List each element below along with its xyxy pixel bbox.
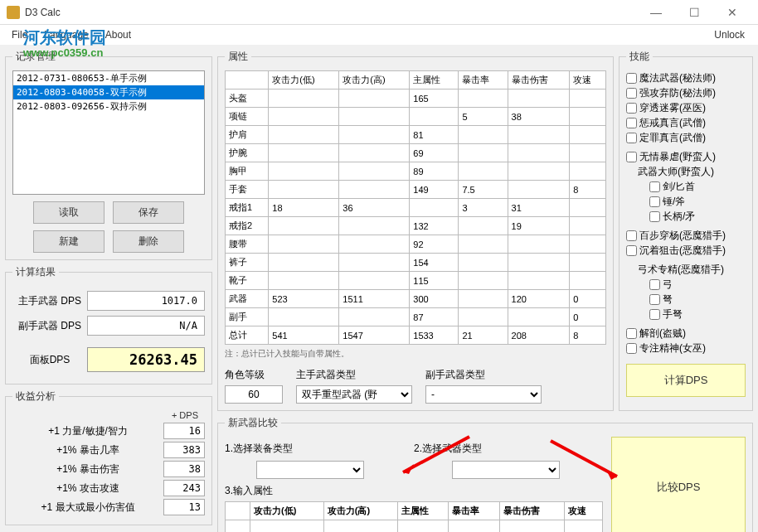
skill-checkbox[interactable] bbox=[649, 279, 660, 290]
skill-label: 专注精神(女巫) bbox=[639, 341, 706, 355]
delete-button[interactable]: 删除 bbox=[113, 230, 184, 253]
skill-checkbox[interactable] bbox=[649, 181, 660, 192]
skill-checkbox[interactable] bbox=[649, 309, 660, 320]
new-button[interactable]: 新建 bbox=[33, 230, 104, 253]
compare-step3-label: 3.输入属性 bbox=[225, 484, 603, 498]
attr-row: 护腕69 bbox=[226, 144, 606, 162]
profit-label: +1 最大或最小伤害值 bbox=[12, 501, 163, 515]
attr-col-header: 攻速 bbox=[570, 71, 606, 89]
skill-checkbox[interactable] bbox=[649, 294, 660, 305]
attr-row: 胸甲89 bbox=[226, 162, 606, 181]
skill-label: 穿透迷雾(巫医) bbox=[639, 101, 706, 115]
skill-label: 解剖(盗贼) bbox=[639, 326, 686, 341]
cmp-cell[interactable] bbox=[565, 520, 603, 533]
cmp-cell[interactable] bbox=[397, 520, 449, 533]
unlock-link[interactable]: Unlock bbox=[714, 29, 755, 41]
records-legend: 记录管理 bbox=[12, 50, 59, 64]
attr-col-header bbox=[226, 71, 269, 89]
skill-label: 百步穿杨(恶魔猎手) bbox=[639, 229, 726, 243]
skill-label: 定罪真言(武僧) bbox=[639, 131, 706, 145]
skill-checkbox[interactable] bbox=[626, 118, 637, 128]
skill-label: 惩戒真言(武僧) bbox=[639, 116, 706, 130]
skill-label: 手弩 bbox=[663, 307, 683, 322]
main-dps-value: 1017.0 bbox=[87, 291, 205, 311]
cmp-col-header: 暴击伤害 bbox=[500, 502, 565, 520]
attributes-note: 注：总计已计入技能与自带属性。 bbox=[225, 348, 606, 360]
compare-dps-button[interactable]: 比较DPS bbox=[611, 437, 746, 532]
skill-checkbox[interactable] bbox=[626, 343, 637, 354]
off-dps-label: 副手武器 DPS bbox=[12, 319, 87, 333]
attr-row: 武器52315113001200 bbox=[226, 290, 606, 308]
profit-label: +1% 暴击伤害 bbox=[12, 462, 163, 476]
skill-checkbox[interactable] bbox=[626, 245, 637, 256]
record-item[interactable]: 2012-0803-092656-双持示例 bbox=[13, 99, 204, 114]
off-weapon-type-select[interactable]: - bbox=[425, 385, 542, 404]
skill-checkbox[interactable] bbox=[626, 328, 637, 339]
cmp-col-header: 攻速 bbox=[565, 502, 603, 520]
calc-dps-button[interactable]: 计算DPS bbox=[626, 364, 746, 397]
attr-row: 裤子154 bbox=[226, 254, 606, 272]
skills-legend: 技能 bbox=[626, 50, 653, 64]
profit-value: 243 bbox=[163, 480, 205, 496]
cmp-cell[interactable] bbox=[250, 520, 324, 533]
main-weapon-type-label: 主手武器类型 bbox=[296, 368, 412, 382]
cmp-cell[interactable] bbox=[449, 520, 500, 533]
skill-checkbox[interactable] bbox=[626, 73, 637, 84]
main-dps-label: 主手武器 DPS bbox=[12, 294, 87, 308]
results-panel: 计算结果 主手武器 DPS 1017.0 副手武器 DPS N/A 面板DPS … bbox=[5, 265, 212, 384]
attr-row: 项链538 bbox=[226, 108, 606, 126]
attributes-panel: 属性 攻击力(低)攻击力(高)主属性暴击率暴击伤害攻速 头盔165项链538护肩… bbox=[217, 50, 614, 411]
skill-checkbox[interactable] bbox=[626, 133, 637, 143]
menu-file[interactable]: File bbox=[3, 27, 36, 42]
records-panel: 记录管理 2012-0731-080653-单手示例 2012-0803-040… bbox=[5, 50, 212, 260]
skill-label: 锤/斧 bbox=[663, 195, 685, 209]
close-button[interactable]: ✕ bbox=[713, 0, 751, 25]
menu-about[interactable]: About bbox=[97, 27, 139, 42]
menu-language[interactable]: Language bbox=[36, 27, 96, 42]
profit-label: +1% 暴击几率 bbox=[12, 443, 163, 457]
level-input[interactable] bbox=[225, 385, 283, 404]
skill-checkbox[interactable] bbox=[649, 196, 660, 207]
skill-label: 沉着狙击(恶魔猎手) bbox=[639, 244, 726, 258]
skill-checkbox[interactable] bbox=[626, 230, 637, 241]
app-icon bbox=[7, 6, 20, 19]
attr-row: 手套1497.58 bbox=[226, 181, 606, 199]
profit-header: + DPS bbox=[12, 410, 205, 420]
cmp-cell[interactable] bbox=[323, 520, 397, 533]
record-item[interactable]: 2012-0731-080653-单手示例 bbox=[13, 71, 204, 85]
attr-row: 头盔165 bbox=[226, 89, 606, 108]
minimize-button[interactable]: — bbox=[637, 0, 675, 25]
compare-step2-label: 2.选择武器类型 bbox=[414, 442, 482, 456]
record-item[interactable]: 2012-0803-040058-双手示例 bbox=[13, 85, 204, 99]
compare-weapon-select[interactable] bbox=[452, 461, 560, 479]
off-dps-value: N/A bbox=[87, 316, 205, 336]
main-weapon-type-select[interactable]: 双手重型武器 (野 bbox=[296, 385, 412, 404]
skill-checkbox[interactable] bbox=[626, 88, 637, 99]
save-button[interactable]: 保存 bbox=[113, 201, 184, 224]
maximize-button[interactable]: ☐ bbox=[675, 0, 713, 25]
level-label: 角色等级 bbox=[225, 368, 283, 382]
skill-checkbox[interactable] bbox=[626, 103, 637, 114]
skill-label: 无情暴虐(野蛮人) bbox=[639, 150, 716, 164]
skill-label: 强攻弃防(秘法师) bbox=[639, 86, 716, 100]
skill-checkbox[interactable] bbox=[649, 211, 660, 222]
read-button[interactable]: 读取 bbox=[33, 201, 104, 224]
cmp-col-header: 攻击力(高) bbox=[323, 502, 397, 520]
skill-label: 长柄/矛 bbox=[663, 210, 695, 224]
attr-row: 靴子115 bbox=[226, 272, 606, 290]
records-list[interactable]: 2012-0731-080653-单手示例 2012-0803-040058-双… bbox=[12, 70, 205, 195]
panel-dps-value: 26263.45 bbox=[87, 347, 205, 372]
compare-equip-select[interactable] bbox=[256, 461, 364, 479]
skill-label: 弩 bbox=[663, 293, 673, 307]
compare-legend: 新武器比较 bbox=[225, 416, 281, 430]
cmp-col-header: 攻击力(低) bbox=[250, 502, 324, 520]
profit-value: 13 bbox=[163, 499, 205, 515]
attr-row: 副手870 bbox=[226, 308, 606, 326]
skill-label: 魔法武器(秘法师) bbox=[639, 71, 716, 85]
attr-row: 总计54115471533212088 bbox=[226, 326, 606, 345]
skill-checkbox[interactable] bbox=[626, 152, 637, 162]
attr-row: 护肩81 bbox=[226, 126, 606, 144]
cmp-col-header: 暴击率 bbox=[449, 502, 500, 520]
cmp-cell[interactable] bbox=[500, 520, 565, 533]
profit-label: +1% 攻击攻速 bbox=[12, 481, 163, 496]
